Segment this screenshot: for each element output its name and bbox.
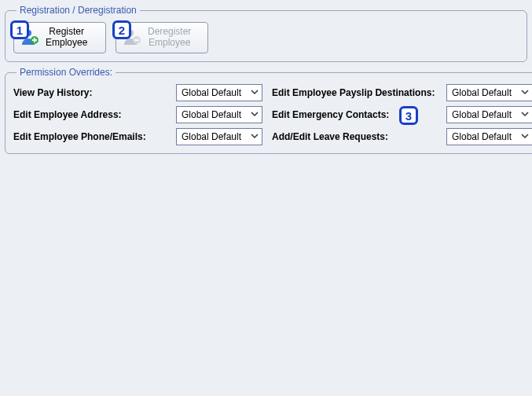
chevron-down-icon [521,109,529,120]
select-edit-payslip-destinations[interactable]: Global Default [446,84,532,101]
permissions-fieldset: Permission Overrides: 3 View Pay History… [5,67,532,154]
select-value: Global Default [452,109,512,120]
label-edit-payslip-destinations: Edit Employee Payslip Destinations: [272,87,437,98]
permissions-grid: View Pay History: Global Default Edit Em… [13,84,532,145]
select-value: Global Default [182,131,241,142]
select-add-edit-leave-requests[interactable]: Global Default [446,128,532,145]
select-view-pay-history[interactable]: Global Default [176,84,262,101]
label-edit-employee-address: Edit Employee Address: [13,109,167,120]
select-edit-phone-emails[interactable]: Global Default [176,128,262,145]
select-value: Global Default [452,131,512,142]
chevron-down-icon [521,131,529,142]
select-value: Global Default [182,87,241,98]
label-view-pay-history: View Pay History: [13,87,167,98]
select-edit-emergency-contacts[interactable]: Global Default [446,106,532,123]
label-add-edit-leave-requests: Add/Edit Leave Requests: [272,131,437,142]
chevron-down-icon [251,87,259,98]
callout-marker-1: 1 [10,20,29,39]
select-value: Global Default [182,109,241,120]
chevron-down-icon [251,109,259,120]
callout-marker-2: 2 [112,20,131,39]
select-value: Global Default [452,87,512,98]
chevron-down-icon [521,87,529,98]
register-employee-label: Register Employee [46,27,87,49]
registration-row: 1 Register Employee 2 [13,22,519,53]
deregister-employee-label: Deregister Employee [148,27,191,49]
registration-legend: Registration / Deregistration [17,5,140,16]
callout-marker-3: 3 [399,106,418,125]
registration-fieldset: Registration / Deregistration 1 Register… [5,5,527,62]
permissions-legend: Permission Overrides: [17,67,116,78]
chevron-down-icon [251,131,259,142]
label-edit-phone-emails: Edit Employee Phone/Emails: [13,131,167,142]
select-edit-employee-address[interactable]: Global Default [176,106,262,123]
